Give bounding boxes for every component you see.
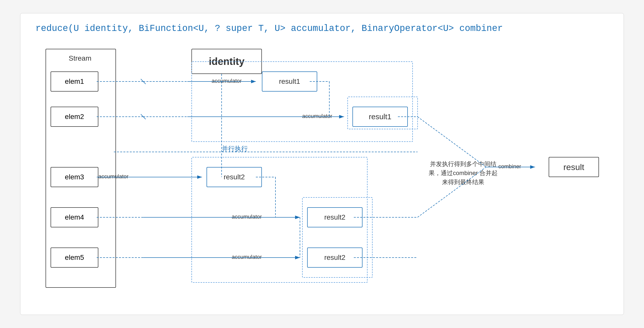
- result1-b-label: result1: [369, 112, 391, 121]
- result-final-label: result: [563, 162, 584, 172]
- result2-c-box: result2: [307, 248, 363, 268]
- label-acc-2: accumulator: [302, 113, 332, 119]
- elem1-box: elem1: [51, 71, 98, 92]
- elem5-label: elem5: [65, 254, 84, 262]
- result-final-box: result: [549, 157, 599, 177]
- elem4-label: elem4: [65, 213, 84, 221]
- result2-b-box: result2: [307, 207, 363, 227]
- page-title: reduce(U identity, BiFunction<U, ? super…: [35, 23, 609, 34]
- label-acc-5: accumulator: [232, 254, 262, 260]
- diagram: Stream elem1 elem2 elem3 elem4 elem5 ide…: [35, 46, 609, 310]
- result2-c-label: result2: [324, 254, 345, 262]
- result1-b-box: result1: [352, 107, 408, 127]
- result2-b-label: result2: [324, 213, 345, 221]
- result2-a-label: result2: [224, 173, 245, 181]
- page-container: reduce(U identity, BiFunction<U, ? super…: [20, 13, 624, 315]
- elem5-box: elem5: [51, 248, 98, 268]
- label-acc-3: accumulator: [98, 173, 129, 180]
- result2-a-box: result2: [207, 167, 262, 187]
- elem2-label: elem2: [65, 113, 84, 121]
- elem1-label: elem1: [65, 77, 84, 86]
- result1-a-box: result1: [262, 71, 317, 92]
- svg-line-28: [141, 79, 146, 84]
- label-description: 并发执行得到多个中间结果，通过combiner 合并起来得到最终结果: [428, 159, 498, 187]
- elem2-box: elem2: [51, 107, 98, 127]
- label-parallel: 并行执行: [222, 144, 248, 153]
- stream-label: Stream: [69, 54, 91, 62]
- identity-box: identity: [191, 49, 262, 74]
- result1-a-label: result1: [279, 77, 300, 86]
- label-acc-1: accumulator: [212, 78, 242, 84]
- elem3-label: elem3: [65, 173, 84, 181]
- svg-line-29: [141, 114, 146, 119]
- elem3-box: elem3: [51, 167, 98, 187]
- label-combiner: combiner: [498, 163, 521, 170]
- label-acc-4: accumulator: [232, 214, 262, 220]
- elem4-box: elem4: [51, 207, 98, 227]
- identity-label: identity: [209, 56, 245, 67]
